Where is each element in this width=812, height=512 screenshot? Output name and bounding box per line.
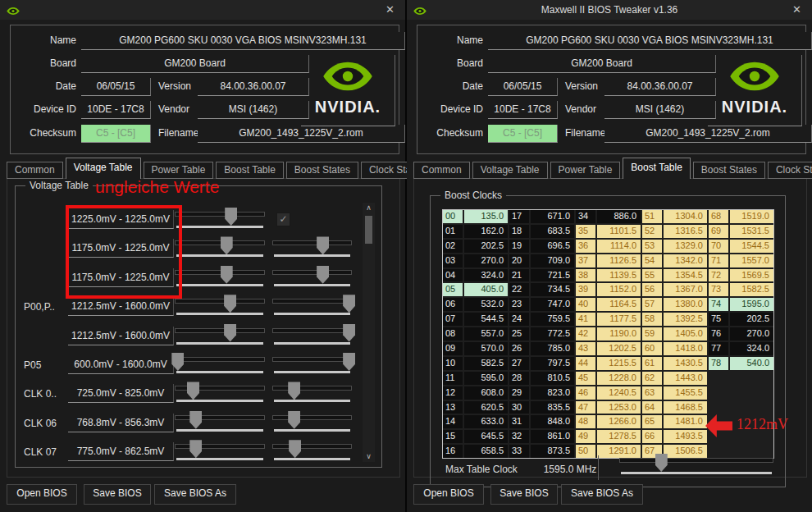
boost-value-cell[interactable]: 1304.0 (664, 210, 707, 223)
voltage-slider[interactable] (175, 324, 265, 347)
scroll-up-icon[interactable]: ∧ (363, 203, 375, 213)
voltage-slider[interactable] (175, 440, 265, 463)
tab-boost-states[interactable]: Boost States (693, 162, 765, 179)
boost-value-cell[interactable]: 1455.5 (664, 386, 707, 400)
boost-value-cell[interactable]: 861.0 (531, 430, 574, 443)
slider-thumb[interactable] (288, 411, 300, 429)
boost-value-cell[interactable]: 1240.5 (597, 386, 641, 400)
boost-value-cell[interactable]: 1493.5 (664, 430, 707, 443)
slider-thumb[interactable] (189, 440, 202, 458)
scroll-down-icon[interactable]: ∨ (363, 451, 375, 462)
boost-value-cell[interactable]: 1329.0 (664, 240, 707, 253)
boost-value-cell[interactable]: 734.5 (531, 283, 574, 296)
titlebar[interactable]: Maxwell II BIOS Tweaker v1.36 ✕ (407, 0, 812, 20)
boost-value-cell[interactable]: 1266.0 (597, 415, 641, 428)
close-icon[interactable]: ✕ (792, 0, 801, 20)
boost-value-cell[interactable]: 202.5 (730, 313, 773, 326)
boost-value-cell[interactable]: 633.0 (464, 415, 508, 428)
boost-value-cell[interactable]: 582.5 (464, 357, 508, 370)
slider-thumb[interactable] (221, 266, 233, 284)
voltage-range-field[interactable]: 600.0mV - 1600.0mV (68, 355, 174, 374)
voltage-slider[interactable] (272, 353, 352, 376)
slider-thumb[interactable] (289, 440, 301, 458)
slider-thumb[interactable] (221, 236, 233, 254)
voltage-slider[interactable] (175, 295, 265, 318)
boost-value-cell[interactable]: 532.0 (464, 298, 508, 311)
boost-value-cell[interactable]: 671.0 (531, 210, 574, 223)
boost-value-cell[interactable]: 1342.0 (664, 254, 707, 267)
open-bios-button[interactable]: Open BIOS (7, 484, 77, 505)
slider-thumb[interactable] (288, 382, 300, 400)
boost-value-cell[interactable]: 1139.5 (597, 269, 641, 282)
boost-value-cell[interactable]: 848.0 (531, 415, 574, 428)
voltage-slider[interactable] (272, 266, 352, 289)
max-table-clock-slider[interactable] (619, 454, 773, 477)
voltage-slider[interactable] (272, 324, 352, 347)
boost-value-cell[interactable]: 405.0 (464, 283, 508, 296)
boost-value-cell[interactable]: 1380.0 (664, 298, 707, 311)
boost-value-cell[interactable]: 797.5 (531, 357, 574, 370)
boost-value-cell[interactable]: 544.5 (464, 313, 508, 326)
boost-value-cell[interactable]: 324.0 (730, 342, 773, 355)
tab-power-table[interactable]: Power Table (550, 162, 621, 179)
boost-value-cell[interactable]: 202.5 (464, 240, 508, 253)
slider-thumb[interactable] (224, 324, 236, 342)
tab-voltage-table[interactable]: Voltage Table (66, 158, 141, 179)
boost-value-cell[interactable]: 658.5 (464, 445, 508, 458)
voltage-slider[interactable] (175, 236, 265, 259)
boost-value-cell[interactable]: 557.0 (464, 327, 508, 341)
voltage-slider[interactable] (175, 382, 265, 405)
boost-value-cell[interactable]: 785.0 (531, 342, 574, 355)
boost-value-cell[interactable]: 683.5 (531, 225, 574, 238)
slider-thumb[interactable] (189, 411, 202, 429)
boost-value-cell[interactable]: 1544.5 (730, 240, 773, 253)
close-icon[interactable]: ✕ (385, 0, 395, 20)
voltage-slider[interactable] (175, 266, 265, 289)
slider-thumb[interactable] (343, 324, 355, 342)
boost-value-cell[interactable]: 324.0 (464, 269, 508, 282)
boost-value-cell[interactable]: 608.0 (464, 386, 508, 400)
tab-boost-table[interactable]: Boost Table (623, 158, 691, 179)
boost-value-cell[interactable]: 1164.5 (597, 298, 641, 311)
boost-value-cell[interactable]: 886.0 (597, 210, 641, 223)
boost-value-cell[interactable]: 162.0 (464, 225, 508, 238)
boost-value-cell[interactable]: 1228.0 (597, 372, 641, 385)
boost-value-cell[interactable]: 570.0 (464, 342, 508, 355)
open-bios-button[interactable]: Open BIOS (413, 484, 484, 505)
boost-value-cell[interactable]: 595.0 (464, 372, 508, 385)
boost-value-cell[interactable]: 1468.5 (664, 401, 707, 414)
voltage-slider[interactable] (175, 353, 265, 376)
slider-thumb[interactable] (343, 295, 355, 313)
boost-value-cell[interactable]: 1531.5 (730, 225, 773, 238)
boost-value-cell[interactable]: 721.5 (531, 269, 574, 282)
boost-value-cell[interactable]: 1101.5 (597, 225, 641, 238)
slider-thumb[interactable] (317, 236, 329, 254)
boost-value-cell[interactable]: 1354.5 (664, 269, 707, 282)
boost-value-cell[interactable]: 1392.5 (664, 313, 707, 326)
voltage-slider[interactable] (272, 440, 352, 463)
tab-boost-states[interactable]: Boost States (286, 162, 358, 179)
save-bios-button[interactable]: Save BIOS (84, 484, 151, 505)
boost-value-cell[interactable]: 1569.5 (730, 269, 773, 282)
voltage-default-checkbox[interactable]: ✓ (276, 213, 290, 226)
boost-value-cell[interactable]: 1430.5 (664, 357, 707, 370)
voltage-slider[interactable] (272, 411, 352, 434)
slider-thumb[interactable] (317, 266, 329, 284)
boost-value-cell[interactable]: 1152.0 (597, 283, 641, 296)
boost-value-cell[interactable]: 1316.5 (664, 225, 707, 238)
boost-value-cell[interactable]: 1114.0 (597, 240, 641, 253)
boost-value-cell[interactable]: 810.5 (531, 372, 574, 385)
titlebar[interactable]: ✕ (0, 0, 405, 20)
voltage-range-field[interactable]: 768.8mV - 856.3mV (68, 414, 174, 432)
tab-common[interactable]: Common (7, 162, 63, 179)
boost-value-cell[interactable]: 1443.0 (664, 372, 707, 385)
save-bios-button[interactable]: Save BIOS (490, 484, 558, 505)
boost-value-cell[interactable]: 1202.5 (597, 342, 641, 355)
boost-value-cell[interactable]: 1405.0 (664, 327, 707, 341)
boost-value-cell[interactable]: 135.0 (464, 210, 508, 223)
voltage-slider[interactable] (272, 382, 352, 405)
boost-value-cell[interactable]: 873.5 (531, 445, 574, 458)
voltage-range-field[interactable]: 725.0mV - 825.0mV (68, 384, 174, 403)
boost-value-cell[interactable]: 620.5 (464, 401, 508, 414)
voltage-slider[interactable] (272, 295, 352, 318)
